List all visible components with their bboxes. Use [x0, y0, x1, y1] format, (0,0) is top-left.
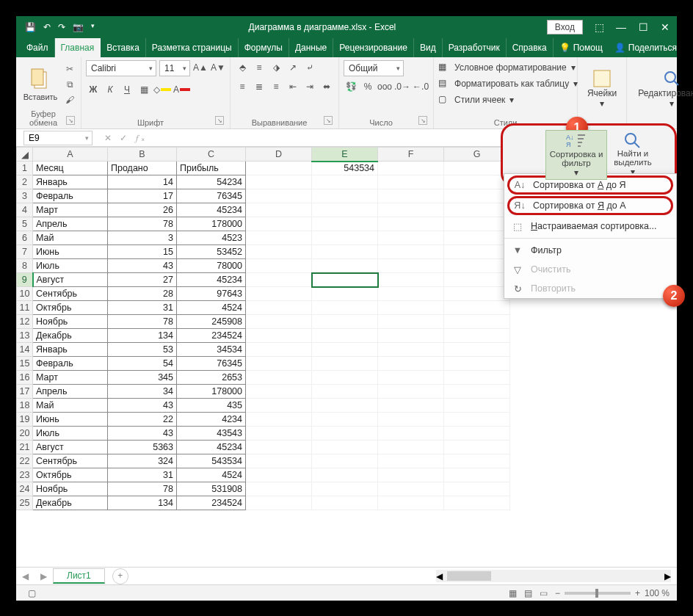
col-header-C[interactable]: C: [177, 148, 246, 162]
row-header-13[interactable]: 13: [17, 329, 33, 343]
zoom-control[interactable]: − + 100 %: [555, 588, 670, 598]
select-all-cell[interactable]: ◢: [17, 148, 33, 162]
tab-review[interactable]: Рецензирование: [333, 38, 414, 57]
row-header-1[interactable]: 1: [17, 162, 33, 175]
cell-styles-button[interactable]: ▢Стили ячеек ▾: [438, 93, 578, 107]
filter-item[interactable]: ▼Фильтр: [504, 241, 676, 260]
zoom-out-icon[interactable]: −: [555, 588, 560, 598]
cells-button[interactable]: Ячейки ▾: [582, 60, 622, 117]
row-header-19[interactable]: 19: [17, 413, 33, 427]
row-header-24[interactable]: 24: [17, 482, 33, 496]
col-header-B[interactable]: B: [108, 148, 177, 162]
row-header-3[interactable]: 3: [17, 189, 33, 203]
fx-buttons[interactable]: ✕ ✓ 𝑓ₓ: [100, 133, 152, 143]
redo-icon[interactable]: ↷: [58, 22, 65, 32]
row-header-16[interactable]: 16: [17, 371, 33, 385]
percent-format-icon[interactable]: %: [360, 79, 375, 94]
col-header-A[interactable]: A: [33, 148, 108, 162]
sheet-tab[interactable]: Лист1: [53, 568, 105, 584]
close-icon[interactable]: ✕: [659, 21, 671, 33]
increase-decimal-icon[interactable]: .0→: [394, 79, 410, 94]
tab-insert[interactable]: Вставка: [101, 38, 146, 57]
alignment-dialog-launcher[interactable]: ↘: [324, 116, 333, 125]
camera-icon[interactable]: 📷: [73, 22, 84, 32]
tab-developer[interactable]: Разработчик: [443, 38, 507, 57]
align-middle-icon[interactable]: ≡: [252, 60, 266, 75]
tab-view[interactable]: Вид: [414, 38, 443, 57]
row-header-22[interactable]: 22: [17, 454, 33, 468]
save-icon[interactable]: 💾: [25, 22, 36, 32]
view-normal-icon[interactable]: ▦: [509, 588, 517, 598]
row-header-14[interactable]: 14: [17, 343, 33, 357]
increase-indent-icon[interactable]: ⇥: [302, 79, 317, 94]
font-size-combo[interactable]: 11: [159, 60, 190, 76]
italic-button[interactable]: К: [103, 82, 117, 97]
conditional-formatting-button[interactable]: ▦Условное форматирование ▾: [438, 60, 578, 75]
sign-in-button[interactable]: Вход: [547, 20, 583, 35]
ribbon-options-icon[interactable]: ⬚: [593, 21, 605, 33]
tab-help[interactable]: Справка: [507, 38, 554, 57]
row-header-6[interactable]: 6: [17, 231, 33, 245]
row-header-23[interactable]: 23: [17, 468, 33, 482]
row-header-9[interactable]: 9: [17, 273, 33, 287]
cut-icon[interactable]: ✂: [63, 62, 76, 76]
align-center-icon[interactable]: ≣: [252, 79, 266, 94]
row-header-8[interactable]: 8: [17, 259, 33, 273]
horizontal-scrollbar[interactable]: ◀▶: [436, 570, 671, 582]
row-header-18[interactable]: 18: [17, 399, 33, 413]
paste-button[interactable]: Вставить: [21, 60, 60, 108]
accounting-format-icon[interactable]: 💱: [344, 79, 358, 94]
fill-color-button[interactable]: ◇: [153, 82, 171, 97]
sheet-nav-next-icon[interactable]: ▶: [35, 571, 53, 581]
col-header-F[interactable]: F: [378, 148, 444, 162]
decrease-decimal-icon[interactable]: ←.0: [413, 79, 429, 94]
decrease-font-icon[interactable]: A▼: [211, 60, 225, 75]
align-right-icon[interactable]: ≡: [269, 79, 283, 94]
tab-file[interactable]: Файл: [16, 38, 55, 57]
tab-home[interactable]: Главная: [55, 38, 101, 57]
find-select-button[interactable]: Найти и выделить ▾: [607, 130, 658, 180]
minimize-icon[interactable]: —: [615, 21, 627, 33]
row-header-17[interactable]: 17: [17, 385, 33, 399]
record-macro-icon[interactable]: ▢: [28, 588, 36, 598]
row-header-15[interactable]: 15: [17, 357, 33, 371]
orientation-icon[interactable]: ↗: [286, 60, 300, 75]
row-header-12[interactable]: 12: [17, 315, 33, 329]
font-color-button[interactable]: A: [173, 82, 190, 97]
comma-format-icon[interactable]: ooo: [377, 79, 392, 94]
tab-data[interactable]: Данные: [289, 38, 333, 57]
borders-button[interactable]: ▦: [137, 82, 151, 97]
sort-filter-button[interactable]: А↓Я Сортировка и фильтр ▾: [545, 130, 607, 180]
row-header-5[interactable]: 5: [17, 217, 33, 231]
merge-cells-icon[interactable]: ⬌: [319, 79, 334, 94]
row-header-11[interactable]: 11: [17, 301, 33, 315]
qat-more-icon[interactable]: ▾: [91, 22, 95, 32]
align-left-icon[interactable]: ≡: [235, 79, 250, 94]
bold-button[interactable]: Ж: [86, 82, 101, 97]
view-pagebreak-icon[interactable]: ▭: [540, 588, 548, 598]
zoom-in-icon[interactable]: +: [635, 588, 640, 598]
undo-icon[interactable]: ↶: [43, 22, 51, 32]
sheet-nav-prev-icon[interactable]: ◀: [16, 571, 35, 581]
decrease-indent-icon[interactable]: ⇤: [286, 79, 300, 94]
zoom-value[interactable]: 100 %: [645, 588, 670, 598]
editing-button[interactable]: Редактирование ▾: [631, 60, 693, 117]
align-bottom-icon[interactable]: ⬗: [269, 60, 283, 75]
row-header-2[interactable]: 2: [17, 175, 33, 189]
format-painter-icon[interactable]: 🖌: [63, 93, 76, 106]
number-format-combo[interactable]: Общий: [344, 60, 404, 76]
format-as-table-button[interactable]: ▤Форматировать как таблицу ▾: [438, 76, 578, 91]
tell-me[interactable]: 💡Помощ: [554, 38, 609, 57]
col-header-D[interactable]: D: [246, 148, 312, 162]
tab-page-layout[interactable]: Разметка страницы: [146, 38, 239, 57]
align-top-icon[interactable]: ⬘: [235, 60, 250, 75]
name-box[interactable]: E9: [23, 131, 92, 145]
font-dialog-launcher[interactable]: ↘: [215, 116, 224, 125]
col-header-G[interactable]: G: [444, 148, 510, 162]
tab-formulas[interactable]: Формулы: [239, 38, 289, 57]
row-header-20[interactable]: 20: [17, 427, 33, 441]
copy-icon[interactable]: ⧉: [63, 78, 76, 91]
view-layout-icon[interactable]: ▤: [524, 588, 532, 598]
custom-sort-item[interactable]: ⬚Настраиваемая сортировка...: [504, 217, 676, 236]
col-header-E[interactable]: E: [312, 148, 378, 162]
